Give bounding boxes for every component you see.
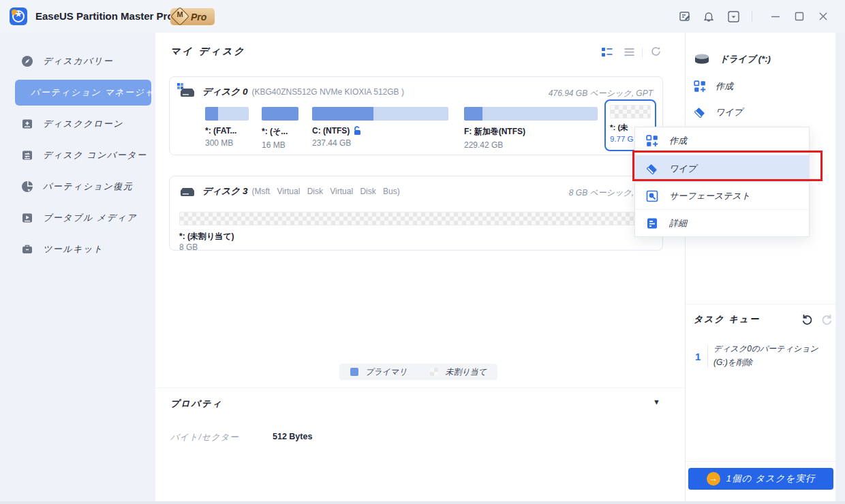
task-queue-title: タスク キュー [694, 313, 760, 326]
disk3-unallocated-bar[interactable] [179, 212, 654, 225]
titlebar-separator [752, 11, 752, 22]
action-create-label: 作成 [716, 80, 733, 93]
partition-f[interactable]: F: 新加巻(NTFS) 229.42 GB [464, 107, 598, 150]
surface-test-icon [646, 190, 658, 202]
collapse-caret-icon[interactable]: ▼ [653, 398, 660, 406]
page-title: マイ ディスク [170, 46, 246, 58]
redo-icon[interactable] [820, 312, 834, 326]
app-logo-icon: ★ [10, 7, 27, 25]
task-text: ディスク0のパーティション(G:)を削除 [713, 343, 829, 370]
details-icon [646, 217, 658, 230]
bottom-edge [0, 501, 845, 504]
right-action-panel: ドライブ (*:) 作成 ワイプ タスク キュー 1 ディスク0のパーティション… [685, 33, 835, 503]
bytes-per-sector-value: 512 Bytes [273, 432, 312, 441]
disk0-model: (KBG40ZNS512G NVMe KIOXIA 512GB ) [252, 87, 404, 97]
disk-converter-icon [21, 149, 33, 161]
action-wipe-label: ワイプ [716, 106, 743, 119]
unallocated-swatch [430, 368, 438, 376]
task-item[interactable]: 1 ディスク0のパーティション(G:)を削除 [695, 343, 829, 370]
create-icon [694, 80, 706, 93]
sidebar-item-discovery[interactable]: ディスカバリー [15, 48, 151, 74]
sidebar-item-toolkit[interactable]: ツールキット [15, 236, 151, 262]
drive-label: ドライブ (*:) [720, 53, 771, 65]
drive-icon [694, 53, 710, 65]
app-title: EaseUS Partition Master Pro版 [35, 0, 184, 33]
properties-divider [155, 388, 685, 388]
disk3-partition-label: *: (未割り当て) [179, 231, 234, 242]
partition-fat[interactable]: *: (FAT... 300 MB [205, 107, 249, 148]
task-number: 1 [695, 343, 707, 370]
legend-unallocated-label: 未割り当て [445, 366, 487, 378]
partition-recovery-icon [21, 180, 33, 193]
notification-bell-icon[interactable] [703, 10, 715, 22]
header-separator [642, 48, 643, 57]
disk3-name: ディスク 3 [202, 185, 248, 198]
disk3-icon [179, 186, 196, 198]
create-icon [646, 135, 658, 147]
minimize-button[interactable] [769, 10, 782, 23]
disk0-card[interactable]: ディスク 0 (KBG40ZNS512G NVMe KIOXIA 512GB )… [169, 76, 663, 155]
bytes-per-sector-label: バイト/セクター [170, 432, 239, 443]
list-view-icon[interactable] [624, 46, 635, 58]
partition-other[interactable]: *: (そ... 16 MB [262, 107, 298, 150]
unlock-icon [353, 126, 362, 136]
execute-button-label: 1個の タスクを実行 [726, 473, 816, 485]
task-divider [707, 345, 708, 367]
menu-item-surface-test[interactable]: サーフェーステスト [635, 182, 809, 209]
legend: プライマリ 未割り当て [339, 364, 497, 380]
sidebar-item-bootable-media[interactable]: ブータブル メディア [15, 205, 151, 231]
partition-c[interactable]: C: (NTFS) 237.44 GB [312, 107, 448, 148]
sidebar: ディスカバリー パーティション マネージャー ディスククローン ディスク コンバ… [0, 33, 155, 504]
disk3-card[interactable]: ディスク 3 (Msft Virtual Disk Virtual Disk B… [169, 176, 663, 251]
refresh-icon[interactable] [649, 45, 662, 58]
execute-divider [686, 461, 836, 462]
execute-tasks-button[interactable]: → 1個の タスクを実行 [688, 468, 833, 490]
feedback-icon[interactable] [679, 10, 691, 22]
context-menu: 作成 ワイプ サーフェーステスト 詳細 [634, 127, 810, 237]
drive-row: ドライブ (*:) [694, 53, 771, 65]
legend-primary-label: プライマリ [365, 366, 407, 378]
properties-title: プロパティ [170, 398, 223, 410]
pro-badge: M Pro [170, 8, 215, 25]
bootable-media-icon [21, 212, 33, 224]
disk0-summary: 476.94 GB ベーシック, GPT [549, 88, 653, 99]
sidebar-item-partition-recovery[interactable]: パーティション復元 [15, 174, 151, 200]
action-wipe[interactable]: ワイプ [694, 106, 743, 119]
sidebar-item-partition-manager[interactable]: パーティション マネージャー [15, 80, 151, 106]
window-menu-icon[interactable] [727, 10, 739, 22]
action-create[interactable]: 作成 [694, 80, 733, 93]
menu-item-details[interactable]: 詳細 [635, 209, 809, 236]
arrow-right-icon: → [707, 472, 720, 486]
disk3-model: (Msft Virtual Disk Virtual Disk Bus) [252, 187, 400, 196]
primary-swatch [350, 368, 358, 376]
red-highlight-box [632, 151, 823, 181]
task-queue-divider [686, 304, 836, 304]
toolkit-icon [21, 243, 33, 255]
disk3-partition-size: 8 GB [179, 242, 198, 252]
undo-icon[interactable] [800, 312, 814, 326]
eraser-icon [694, 106, 706, 119]
close-button[interactable] [816, 10, 830, 23]
disk-clone-icon [21, 118, 33, 130]
disk3-summary: 8 GB ベーシック, [569, 187, 634, 199]
main-area: マイ ディスク ディスク 0 (KBG40ZNS512G NVMe KIOXIA… [155, 33, 685, 503]
title-bar: ★ EaseUS Partition Master Pro版 M Pro [0, 0, 845, 33]
disk0-icon [179, 86, 196, 98]
disk0-name: ディスク 0 [202, 86, 248, 98]
detail-view-icon[interactable] [601, 46, 613, 58]
sidebar-item-disk-clone[interactable]: ディスククローン [15, 111, 151, 137]
maximize-button[interactable] [793, 10, 806, 23]
compass-icon [21, 55, 33, 67]
sidebar-item-disk-converter[interactable]: ディスク コンバーター [15, 142, 151, 168]
